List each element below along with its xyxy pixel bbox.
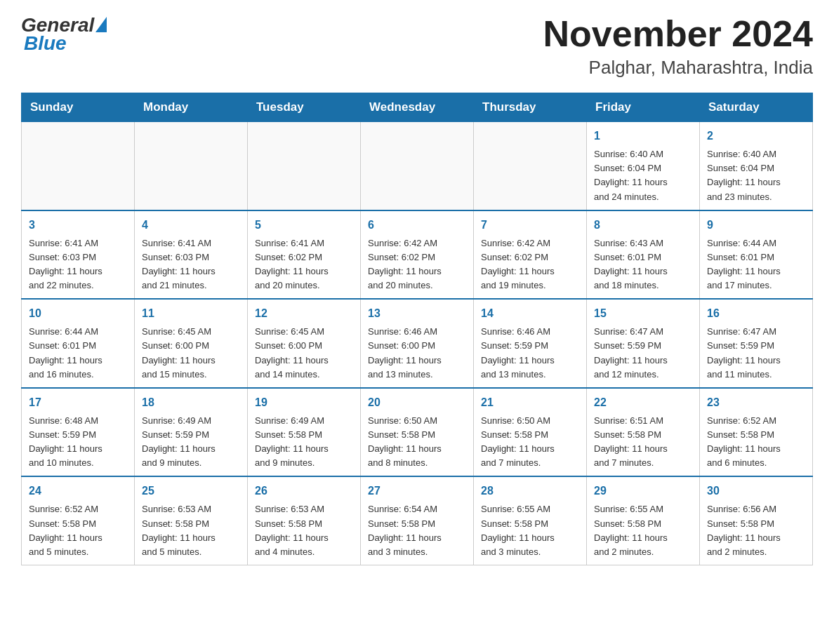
calendar-cell: 22Sunrise: 6:51 AMSunset: 5:58 PMDayligh…: [587, 388, 700, 477]
day-number: 27: [368, 483, 466, 499]
day-info: Sunrise: 6:49 AMSunset: 5:59 PMDaylight:…: [142, 415, 216, 468]
calendar-cell: 15Sunrise: 6:47 AMSunset: 5:59 PMDayligh…: [587, 299, 700, 388]
day-number: 14: [481, 305, 579, 322]
calendar-cell: 30Sunrise: 6:56 AMSunset: 5:58 PMDayligh…: [700, 476, 813, 565]
day-info: Sunrise: 6:50 AMSunset: 5:58 PMDaylight:…: [481, 415, 555, 468]
day-info: Sunrise: 6:52 AMSunset: 5:58 PMDaylight:…: [29, 504, 102, 556]
day-info: Sunrise: 6:41 AMSunset: 6:03 PMDaylight:…: [29, 238, 102, 290]
day-number: 3: [29, 217, 127, 234]
calendar-body: 1Sunrise: 6:40 AMSunset: 6:04 PMDaylight…: [22, 122, 813, 565]
day-info: Sunrise: 6:47 AMSunset: 5:59 PMDaylight:…: [594, 326, 668, 379]
day-number: 4: [142, 217, 240, 234]
weekday-header-saturday: Saturday: [700, 93, 813, 122]
weekday-header-tuesday: Tuesday: [248, 93, 361, 122]
page-header: General Blue November 2024 Palghar, Maha…: [21, 14, 813, 79]
calendar-cell: 25Sunrise: 6:53 AMSunset: 5:58 PMDayligh…: [135, 476, 248, 565]
calendar-cell: 26Sunrise: 6:53 AMSunset: 5:58 PMDayligh…: [248, 476, 361, 565]
logo-blue-text: Blue: [24, 32, 67, 54]
day-number: 20: [368, 394, 466, 411]
day-number: 30: [707, 483, 805, 499]
calendar-cell: 18Sunrise: 6:49 AMSunset: 5:59 PMDayligh…: [135, 388, 248, 477]
day-info: Sunrise: 6:46 AMSunset: 5:59 PMDaylight:…: [481, 326, 555, 379]
day-number: 26: [255, 483, 353, 499]
calendar-cell: [474, 122, 587, 210]
calendar-subtitle: Palghar, Maharashtra, India: [543, 57, 813, 79]
calendar-cell: 6Sunrise: 6:42 AMSunset: 6:02 PMDaylight…: [361, 210, 474, 300]
calendar-cell: 24Sunrise: 6:52 AMSunset: 5:58 PMDayligh…: [22, 476, 135, 565]
day-info: Sunrise: 6:40 AMSunset: 6:04 PMDaylight:…: [594, 149, 668, 201]
weekday-header-friday: Friday: [587, 93, 700, 122]
day-number: 19: [255, 394, 353, 411]
calendar-cell: [22, 122, 135, 210]
calendar-cell: 14Sunrise: 6:46 AMSunset: 5:59 PMDayligh…: [474, 299, 587, 388]
calendar-cell: 9Sunrise: 6:44 AMSunset: 6:01 PMDaylight…: [700, 210, 813, 300]
day-number: 5: [255, 217, 353, 234]
day-info: Sunrise: 6:55 AMSunset: 5:58 PMDaylight:…: [594, 504, 668, 556]
day-info: Sunrise: 6:48 AMSunset: 5:59 PMDaylight:…: [29, 415, 102, 468]
day-info: Sunrise: 6:45 AMSunset: 6:00 PMDaylight:…: [142, 326, 216, 379]
calendar-week-3: 10Sunrise: 6:44 AMSunset: 6:01 PMDayligh…: [22, 299, 813, 388]
calendar-cell: 21Sunrise: 6:50 AMSunset: 5:58 PMDayligh…: [474, 388, 587, 477]
day-info: Sunrise: 6:54 AMSunset: 5:58 PMDaylight:…: [368, 504, 442, 556]
calendar-week-4: 17Sunrise: 6:48 AMSunset: 5:59 PMDayligh…: [22, 388, 813, 477]
calendar-cell: 27Sunrise: 6:54 AMSunset: 5:58 PMDayligh…: [361, 476, 474, 565]
day-number: 2: [707, 128, 805, 145]
calendar-table: SundayMondayTuesdayWednesdayThursdayFrid…: [21, 93, 813, 565]
day-number: 22: [594, 394, 692, 411]
calendar-cell: 17Sunrise: 6:48 AMSunset: 5:59 PMDayligh…: [22, 388, 135, 477]
calendar-week-2: 3Sunrise: 6:41 AMSunset: 6:03 PMDaylight…: [22, 210, 813, 300]
day-info: Sunrise: 6:42 AMSunset: 6:02 PMDaylight:…: [481, 238, 555, 290]
logo-triangle-icon: [95, 17, 107, 32]
calendar-cell: 13Sunrise: 6:46 AMSunset: 6:00 PMDayligh…: [361, 299, 474, 388]
day-number: 11: [142, 305, 240, 322]
day-info: Sunrise: 6:44 AMSunset: 6:01 PMDaylight:…: [29, 326, 102, 379]
calendar-title: November 2024: [543, 14, 813, 54]
day-info: Sunrise: 6:53 AMSunset: 5:58 PMDaylight:…: [142, 504, 216, 556]
day-number: 10: [29, 305, 127, 322]
calendar-header: SundayMondayTuesdayWednesdayThursdayFrid…: [22, 93, 813, 122]
calendar-cell: 11Sunrise: 6:45 AMSunset: 6:00 PMDayligh…: [135, 299, 248, 388]
day-info: Sunrise: 6:44 AMSunset: 6:01 PMDaylight:…: [707, 238, 781, 290]
day-number: 29: [594, 483, 692, 499]
calendar-cell: [135, 122, 248, 210]
calendar-cell: 4Sunrise: 6:41 AMSunset: 6:03 PMDaylight…: [135, 210, 248, 300]
day-info: Sunrise: 6:51 AMSunset: 5:58 PMDaylight:…: [594, 415, 668, 468]
day-info: Sunrise: 6:41 AMSunset: 6:02 PMDaylight:…: [255, 238, 329, 290]
day-number: 23: [707, 394, 805, 411]
day-info: Sunrise: 6:41 AMSunset: 6:03 PMDaylight:…: [142, 238, 216, 290]
calendar-cell: 1Sunrise: 6:40 AMSunset: 6:04 PMDaylight…: [587, 122, 700, 210]
day-info: Sunrise: 6:45 AMSunset: 6:00 PMDaylight:…: [255, 326, 329, 379]
day-info: Sunrise: 6:42 AMSunset: 6:02 PMDaylight:…: [368, 238, 442, 290]
calendar-cell: 29Sunrise: 6:55 AMSunset: 5:58 PMDayligh…: [587, 476, 700, 565]
day-info: Sunrise: 6:46 AMSunset: 6:00 PMDaylight:…: [368, 326, 442, 379]
day-number: 9: [707, 217, 805, 234]
day-number: 18: [142, 394, 240, 411]
day-number: 6: [368, 217, 466, 234]
day-number: 25: [142, 483, 240, 499]
day-number: 12: [255, 305, 353, 322]
calendar-week-1: 1Sunrise: 6:40 AMSunset: 6:04 PMDaylight…: [22, 122, 813, 210]
calendar-cell: 20Sunrise: 6:50 AMSunset: 5:58 PMDayligh…: [361, 388, 474, 477]
day-number: 21: [481, 394, 579, 411]
weekday-header-thursday: Thursday: [474, 93, 587, 122]
title-block: November 2024 Palghar, Maharashtra, Indi…: [543, 14, 813, 79]
day-number: 8: [594, 217, 692, 234]
day-number: 15: [594, 305, 692, 322]
day-number: 1: [594, 128, 692, 145]
calendar-cell: [248, 122, 361, 210]
calendar-cell: 10Sunrise: 6:44 AMSunset: 6:01 PMDayligh…: [22, 299, 135, 388]
day-number: 13: [368, 305, 466, 322]
calendar-week-5: 24Sunrise: 6:52 AMSunset: 5:58 PMDayligh…: [22, 476, 813, 565]
calendar-cell: 8Sunrise: 6:43 AMSunset: 6:01 PMDaylight…: [587, 210, 700, 300]
day-info: Sunrise: 6:56 AMSunset: 5:58 PMDaylight:…: [707, 504, 781, 556]
logo: General Blue: [21, 14, 107, 55]
day-number: 24: [29, 483, 127, 499]
weekday-header-monday: Monday: [135, 93, 248, 122]
calendar-cell: 2Sunrise: 6:40 AMSunset: 6:04 PMDaylight…: [700, 122, 813, 210]
day-info: Sunrise: 6:52 AMSunset: 5:58 PMDaylight:…: [707, 415, 781, 468]
day-info: Sunrise: 6:49 AMSunset: 5:58 PMDaylight:…: [255, 415, 329, 468]
calendar-cell: 5Sunrise: 6:41 AMSunset: 6:02 PMDaylight…: [248, 210, 361, 300]
day-number: 7: [481, 217, 579, 234]
calendar-cell: 23Sunrise: 6:52 AMSunset: 5:58 PMDayligh…: [700, 388, 813, 477]
day-info: Sunrise: 6:40 AMSunset: 6:04 PMDaylight:…: [707, 149, 781, 201]
